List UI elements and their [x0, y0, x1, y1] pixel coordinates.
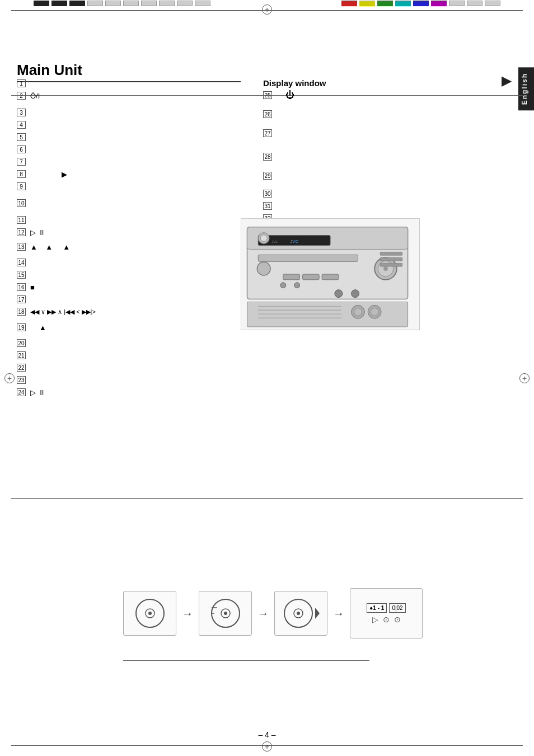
- strip-block-yellow: [359, 1, 375, 6]
- svg-point-30: [371, 308, 378, 316]
- item-number-5: 5: [17, 133, 26, 141]
- item-number-9: 9: [17, 182, 26, 190]
- svg-rect-20: [380, 257, 402, 261]
- item-15: 15: [17, 270, 257, 280]
- strip-block: [51, 1, 67, 6]
- item-9: 9: [17, 181, 257, 191]
- item-30: 30: [263, 189, 506, 199]
- item-number-25: 25: [263, 91, 272, 99]
- item-number-21: 21: [17, 351, 26, 359]
- svg-rect-11: [303, 274, 320, 280]
- item-symbol-2: Ó/I: [30, 92, 40, 100]
- strip-block-cyan: [395, 1, 411, 6]
- item-number-8: 8: [17, 170, 26, 178]
- item-17: 17: [17, 294, 257, 304]
- strip-block: [449, 1, 465, 6]
- item-2: 2 Ó/I: [17, 91, 257, 101]
- svg-point-9: [257, 262, 270, 275]
- flow-icon-disc: ⊙: [383, 615, 390, 624]
- content-bottom-separator: [11, 498, 523, 499]
- flow-step-3-icon: [282, 597, 321, 630]
- strip-block: [105, 1, 121, 6]
- item-20: 20: [17, 338, 257, 348]
- svg-rect-10: [283, 274, 300, 280]
- strip-block: [87, 1, 103, 6]
- item-4: 4: [17, 120, 257, 130]
- strip-block: [159, 1, 175, 6]
- item-symbol-25: ⏻: [285, 90, 294, 100]
- svg-point-14: [294, 283, 300, 288]
- strip-block: [69, 1, 85, 6]
- item-symbol-19: ▲: [39, 323, 46, 332]
- item-18: 18 ◀◀ ∨ ▶▶ ∧ |◀◀ < ▶▶|>: [17, 307, 257, 317]
- svg-rect-12: [322, 274, 339, 280]
- item-number-1: 1: [17, 79, 26, 87]
- strip-block: [195, 1, 210, 6]
- flow-label-1: ●1 - 1: [367, 603, 387, 613]
- item-number-13: 13: [17, 243, 26, 251]
- item-number-19: 19: [17, 323, 26, 331]
- flow-step-1-icon: [133, 597, 167, 630]
- item-5: 5: [17, 132, 257, 142]
- flow-step-1: [123, 591, 176, 636]
- svg-point-41: [297, 612, 300, 615]
- item-27: 27: [263, 128, 506, 138]
- svg-point-16: [352, 290, 359, 298]
- item-number-20: 20: [17, 339, 26, 347]
- item-10: 10: [17, 198, 257, 208]
- flow-step-3: [274, 591, 327, 636]
- item-number-22: 22: [17, 364, 26, 372]
- svg-marker-42: [315, 608, 320, 619]
- item-symbol-18: ◀◀ ∨ ▶▶ ∧ |◀◀ < ▶▶|>: [30, 308, 96, 316]
- item-16: 16 ■: [17, 282, 257, 292]
- bottom-divider-line: [11, 745, 523, 746]
- strip-block: [34, 1, 49, 6]
- flow-arrow-3: →: [333, 607, 344, 620]
- strip-block-red: [341, 1, 357, 6]
- item-22: 22: [17, 363, 257, 373]
- item-3: 3: [17, 107, 257, 118]
- strip-block: [177, 1, 193, 6]
- item-number-2: 2: [17, 92, 26, 100]
- item-number-3: 3: [17, 109, 26, 116]
- item-number-10: 10: [17, 199, 26, 207]
- item-number-17: 17: [17, 295, 26, 303]
- svg-point-28: [354, 308, 362, 316]
- item-number-24: 24: [17, 388, 26, 396]
- item-21: 21: [17, 350, 257, 360]
- item-number-27: 27: [263, 129, 272, 137]
- crosshair-right: [519, 373, 530, 383]
- device-image: JVC JVC: [241, 218, 420, 330]
- language-tab: English: [518, 67, 534, 110]
- page-number: – 4 –: [258, 730, 275, 739]
- svg-point-36: [224, 612, 227, 615]
- flow-diagram: → → → ●1 - 1 0|02 ▷ ⊙ ⊙: [123, 580, 517, 647]
- item-7: 7: [17, 157, 257, 167]
- crosshair-top: [262, 4, 272, 15]
- svg-point-15: [335, 290, 343, 298]
- flow-icon-play: ▷: [372, 615, 378, 624]
- strip-block: [141, 1, 157, 6]
- item-symbol-24: ▷ II: [30, 388, 44, 397]
- item-24: 24 ▷ II: [17, 387, 257, 397]
- item-19: 19 ▲: [17, 322, 257, 332]
- strip-block: [485, 1, 500, 6]
- svg-point-33: [148, 612, 152, 615]
- item-number-26: 26: [263, 110, 272, 118]
- crosshair-left: [4, 373, 15, 383]
- svg-text:JVC: JVC: [290, 239, 298, 244]
- svg-rect-19: [380, 252, 402, 255]
- strip-block: [123, 1, 139, 6]
- strip-block-magenta: [431, 1, 447, 6]
- flow-bracket: [123, 660, 369, 661]
- item-number-6: 6: [17, 145, 26, 153]
- svg-point-18: [260, 235, 267, 242]
- item-number-15: 15: [17, 271, 26, 279]
- item-number-18: 18: [17, 308, 26, 316]
- crosshair-bottom: [262, 741, 272, 752]
- flow-icon-disc2: ⊙: [394, 615, 401, 624]
- flow-arrow-2: →: [257, 607, 269, 620]
- item-symbol-16: ■: [30, 283, 35, 292]
- flow-step-2: [199, 591, 252, 636]
- flow-label-2: 0|02: [389, 603, 405, 613]
